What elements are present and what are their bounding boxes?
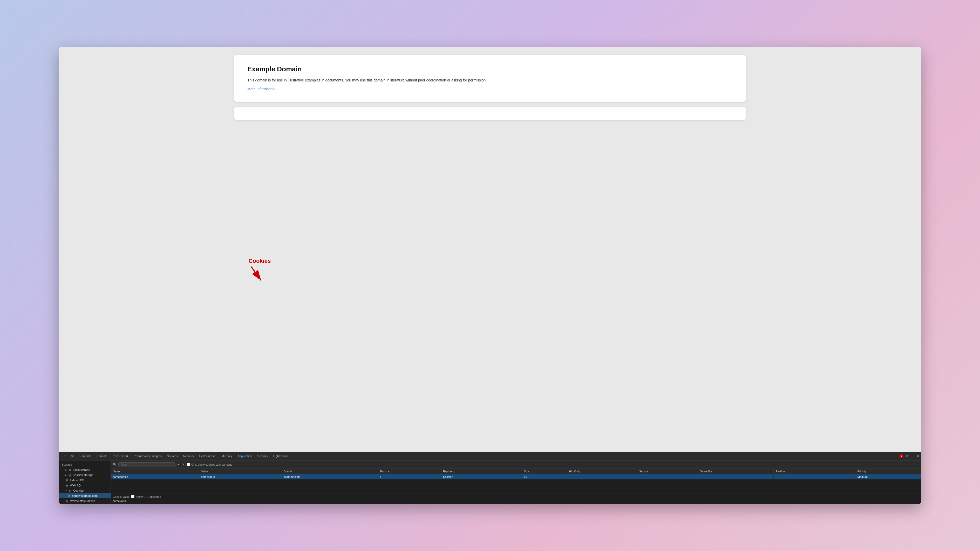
tab-network[interactable]: Network [180, 452, 196, 460]
error-badge: 1 [899, 454, 904, 458]
col-value[interactable]: Value [199, 469, 281, 474]
cell-size: 19 [522, 474, 567, 480]
more-info-link[interactable]: More information... [247, 87, 278, 91]
filter-options-button[interactable]: ≡ [177, 462, 180, 467]
cell-name: somecookie [111, 474, 199, 480]
show-url-decoded-label[interactable]: Show URL-decoded [131, 495, 161, 499]
chevron-right-icon: ▶ [65, 474, 67, 476]
devtools-tabbar: ⊡ ⧉ Elements Console Recorder 𝌤 Performa… [59, 452, 921, 460]
col-httponly[interactable]: HttpOnly [567, 469, 637, 474]
col-size[interactable]: Size [522, 469, 567, 474]
clear-filter-button[interactable]: ✕ [181, 462, 185, 467]
sidebar-item-session-storage[interactable]: ▶ ▤ Session storage [59, 472, 111, 478]
tab-sources[interactable]: Sources [164, 452, 180, 460]
indexeddb-icon: ⊞ [65, 478, 69, 482]
col-domain[interactable]: Domain [282, 469, 378, 474]
tab-console[interactable]: Console [94, 452, 110, 460]
col-path[interactable]: Path ▲ [378, 469, 441, 474]
cell-secure [637, 474, 698, 480]
sidebar-item-interest-groups[interactable]: ◎ Interest groups [59, 503, 111, 504]
private-state-icon: ◎ [65, 499, 69, 503]
tab-toggle-icon[interactable]: ⊡ [61, 452, 69, 460]
sidebar-item-indexeddb[interactable]: ⊞ IndexedDB [59, 478, 111, 483]
tab-inspect-icon[interactable]: ⧉ [69, 452, 76, 460]
sidebar-item-example-com[interactable]: ◎ https://example.com [59, 493, 111, 499]
col-secure[interactable]: Secure [637, 469, 698, 474]
cookies-annotation: Cookies [249, 257, 271, 284]
browser-window: Example Domain This domain is for use in… [59, 47, 921, 504]
cookies-icon: ◎ [68, 489, 72, 492]
devtools-body: Storage ▶ ▤ Local storage ▶ ▤ Session st… [59, 460, 921, 504]
sidebar-item-cookies[interactable]: ▼ ◎ Cookies [59, 488, 111, 493]
annotation-arrow [249, 265, 264, 284]
tab-security[interactable]: Security [255, 452, 271, 460]
tab-elements[interactable]: Elements [76, 452, 94, 460]
devtools-panel: ⊡ ⧉ Elements Console Recorder 𝌤 Performa… [59, 452, 921, 504]
tab-application[interactable]: Application [235, 452, 255, 460]
sidebar-item-websql[interactable]: ⊞ Web SQL [59, 483, 111, 488]
browser-viewport: Example Domain This domain is for use in… [59, 47, 921, 453]
settings-icon[interactable]: ⚙ [906, 454, 908, 458]
col-expires[interactable]: Expires /... [441, 469, 522, 474]
tab-recorder[interactable]: Recorder 𝌤 [110, 452, 131, 460]
sidebar-item-private-state-tokens[interactable]: ◎ Private state tokens [59, 499, 111, 503]
cell-samesite [698, 474, 773, 480]
cookie-value-header: Cookie Value Show URL-decoded [113, 495, 919, 499]
cookie-value-label: Cookie Value [113, 495, 130, 499]
cookie-toolbar: 🔍 ≡ ✕ Only show cookies with an issue [111, 460, 921, 469]
chevron-right-icon: ▶ [65, 469, 67, 471]
small-card [234, 107, 746, 120]
devtools-main-panel: 🔍 ≡ ✕ Only show cookies with an issue [111, 460, 921, 504]
page-description: This domain is for use in illustrative e… [247, 77, 733, 83]
devtools-sidebar: Storage ▶ ▤ Local storage ▶ ▤ Session st… [59, 460, 111, 504]
example-domain-card: Example Domain This domain is for use in… [234, 55, 746, 102]
only-issues-checkbox-label[interactable]: Only show cookies with an issue [187, 463, 232, 466]
websql-icon: ⊞ [65, 484, 69, 487]
local-storage-icon: ▤ [68, 468, 72, 472]
only-issues-checkbox[interactable] [187, 463, 190, 466]
cell-priority: Medium [855, 474, 921, 480]
cell-path: / [378, 474, 441, 480]
cookie-filter-input[interactable] [118, 462, 175, 467]
cell-expires: Session [441, 474, 522, 480]
tab-memory[interactable]: Memory [219, 452, 235, 460]
show-url-decoded-checkbox[interactable] [131, 495, 134, 499]
col-name[interactable]: Name [111, 469, 199, 474]
svg-line-1 [251, 267, 261, 280]
cell-httponly [567, 474, 637, 480]
cookies-label: Cookies [249, 257, 271, 264]
more-icon[interactable]: ⋮ [911, 454, 914, 458]
col-partition[interactable]: Partition ... [774, 469, 855, 474]
close-icon[interactable]: ✕ [917, 454, 919, 458]
chevron-down-icon: ▼ [65, 489, 67, 492]
tab-performance-insights[interactable]: Performance insights [131, 452, 164, 460]
tab-performance[interactable]: Performance [197, 452, 219, 460]
col-samesite[interactable]: SameSite [698, 469, 773, 474]
session-storage-icon: ▤ [68, 473, 72, 477]
cookie-value-panel: Cookie Value Show URL-decoded somevalue [111, 493, 921, 504]
cell-domain: example.com [282, 474, 378, 480]
cookie-url-icon: ◎ [67, 494, 71, 497]
cell-partition [774, 474, 855, 480]
sidebar-section-storage: Storage [59, 462, 111, 467]
cell-value: somevalue [199, 474, 281, 480]
col-priority[interactable]: Priority [855, 469, 921, 474]
page-title: Example Domain [247, 65, 733, 73]
table-row[interactable]: somecookie somevalue example.com / Sessi… [111, 474, 921, 480]
cookie-table: Name Value Domain Path ▲ Expires /... Si… [111, 469, 921, 493]
cookie-value-text: somevalue [113, 499, 919, 502]
sidebar-item-local-storage[interactable]: ▶ ▤ Local storage [59, 467, 111, 472]
search-icon: 🔍 [113, 463, 117, 467]
devtools-right-icons: 1 ⚙ ⋮ ✕ [899, 454, 919, 458]
tab-lighthouse[interactable]: Lighthouse [271, 452, 290, 460]
